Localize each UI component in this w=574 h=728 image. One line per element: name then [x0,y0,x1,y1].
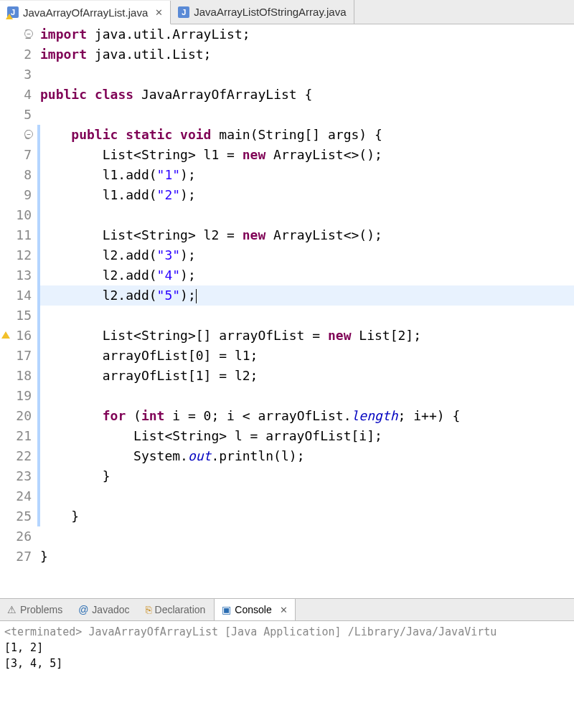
line-number: 16 [0,326,32,346]
code-line[interactable]: List<String> l1 = new ArrayList<>(); [40,145,574,165]
code-line[interactable] [40,386,574,406]
change-bar [37,205,40,225]
code-line[interactable]: } [40,547,574,567]
bottom-view-tabs: ⚠︎ Problems @ Javadoc ⎘ Declaration ▣ Co… [0,598,574,621]
code-line[interactable]: } [40,466,574,486]
tab-label: Javadoc [92,604,129,615]
change-bar [37,486,40,506]
console-output-line: [3, 4, 5] [4,656,570,671]
line-number: 13 [0,265,32,285]
code-line[interactable]: public class JavaArrayOfArrayList { [40,85,574,105]
java-file-icon: J [178,6,189,18]
fold-toggle-icon[interactable]: − [24,29,33,38]
fold-toggle-icon[interactable]: − [24,130,33,138]
code-line[interactable]: public static void main(String[] args) { [40,125,574,145]
code-line[interactable]: l2.add("4"); [40,265,574,285]
code-line[interactable]: List<String>[] arrayOfList = new List[2]… [40,326,574,346]
tab-problems[interactable]: ⚠︎ Problems [0,599,70,620]
line-number: 2 [0,44,32,65]
line-number: 25 [0,506,32,526]
line-number: 27 [0,547,32,567]
code-line[interactable]: List<String> l2 = new ArrayList<>(); [40,225,574,245]
change-bar [37,245,40,265]
code-line[interactable] [40,526,574,547]
warning-icon[interactable] [1,331,10,339]
code-line[interactable]: System.out.println(l); [40,446,574,466]
tab-declaration[interactable]: ⎘ Declaration [138,599,213,620]
tab-console[interactable]: ▣ Console ✕ [214,599,295,620]
code-line[interactable] [40,65,574,85]
code-line[interactable]: import java.util.ArrayList; [40,24,574,44]
change-bar [37,446,40,466]
change-bar [37,386,40,406]
java-file-icon: J [7,6,19,18]
declaration-icon: ⎘ [146,604,151,615]
tab-label: Console [235,604,271,615]
change-bar [37,466,40,486]
line-number: 9 [0,185,32,205]
line-number-gutter: 1−23456−78910111213141516171819202122232… [0,24,37,598]
line-number: 12 [0,245,32,265]
line-number: 1− [0,24,32,44]
change-bar [37,326,40,346]
change-bar [37,165,40,185]
tab-label: Problems [20,604,62,615]
line-number: 24 [0,486,32,506]
tab-label: JavaArrayOfArrayList.java [23,6,148,19]
change-bar [37,125,40,145]
line-number: 7 [0,145,32,165]
change-bar [37,506,40,526]
editor-tab-inactive[interactable]: J JavaArrayListOfStringArray.java [171,0,354,24]
code-line[interactable]: l2.add("3"); [40,245,574,265]
line-number: 6− [0,125,32,145]
console-view[interactable]: <terminated> JavaArrayOfArrayList [Java … [0,621,574,674]
change-bar [37,285,40,306]
editor-tab-active[interactable]: J JavaArrayOfArrayList.java ✕ [0,1,171,24]
code-line[interactable] [40,306,574,326]
code-line[interactable]: arrayOfList[1] = l2; [40,366,574,386]
line-number: 17 [0,346,32,366]
change-bar [37,306,40,326]
code-area[interactable]: import java.util.ArrayList;import java.u… [37,24,574,598]
line-number: 14 [0,285,32,306]
change-bar [37,185,40,205]
line-number: 19 [0,386,32,406]
change-bar [37,225,40,245]
line-number: 3 [0,65,32,85]
code-line[interactable]: l2.add("5"); [40,285,574,306]
problems-icon: ⚠︎ [7,604,17,615]
change-bar [37,265,40,285]
close-icon[interactable]: ✕ [155,7,163,18]
line-number: 23 [0,466,32,486]
change-bar [37,426,40,446]
tab-javadoc[interactable]: @ Javadoc [71,599,136,620]
line-number: 5 [0,105,32,125]
code-line[interactable]: } [40,506,574,526]
line-number: 15 [0,306,32,326]
close-icon[interactable]: ✕ [280,605,288,615]
code-line[interactable] [40,105,574,125]
tab-label: Declaration [155,604,206,615]
code-line[interactable]: l1.add("1"); [40,165,574,185]
javadoc-icon: @ [78,604,88,615]
code-line[interactable]: l1.add("2"); [40,185,574,205]
code-line[interactable]: import java.util.List; [40,44,574,65]
tab-label: JavaArrayListOfStringArray.java [194,6,346,18]
code-line[interactable] [40,486,574,506]
line-number: 22 [0,446,32,466]
code-editor[interactable]: 1−23456−78910111213141516171819202122232… [0,24,574,598]
change-bar [37,366,40,386]
code-line[interactable]: List<String> l = arrayOfList[i]; [40,426,574,446]
line-number: 18 [0,366,32,386]
line-number: 26 [0,526,32,547]
line-number: 21 [0,426,32,446]
line-number: 4 [0,85,32,105]
code-line[interactable] [40,205,574,225]
line-number: 8 [0,165,32,185]
change-bar [37,406,40,426]
editor-tab-bar: J JavaArrayOfArrayList.java ✕ J JavaArra… [0,0,574,24]
code-line[interactable]: arrayOfList[0] = l1; [40,346,574,366]
line-number: 20 [0,406,32,426]
line-number: 11 [0,225,32,245]
code-line[interactable]: for (int i = 0; i < arrayOfList.length; … [40,406,574,426]
